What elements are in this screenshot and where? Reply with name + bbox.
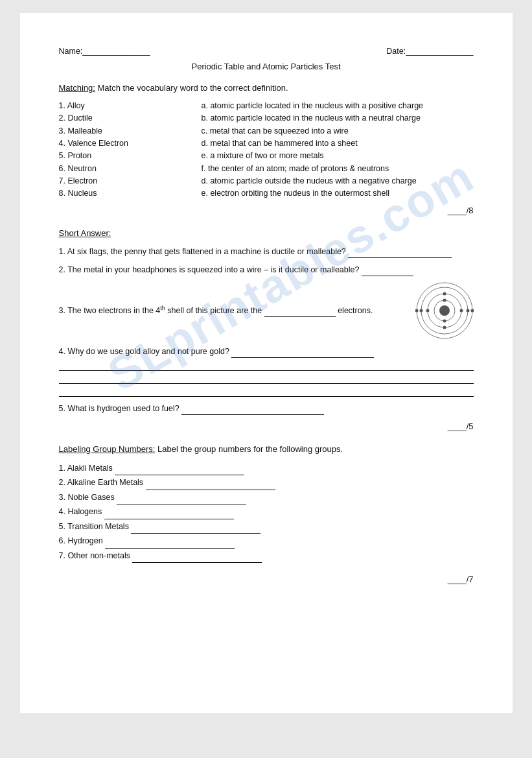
list-item: e. a mixture of two or more metals — [202, 150, 474, 162]
label-blank-7[interactable] — [132, 554, 262, 563]
list-item: 4. Halogens — [59, 504, 474, 519]
list-item: e. electron orbiting the nudeus in the o… — [202, 187, 474, 200]
sa-question-5: 5. What is hydrogen used to fuel? — [59, 402, 474, 415]
svg-point-10 — [419, 309, 422, 312]
list-item: 3. Malleable — [59, 125, 202, 137]
list-item: 3. Noble Gases — [59, 490, 474, 505]
short-answer-section: Short Answer: 1. At six flags, the penny… — [59, 227, 474, 432]
list-item: f. the center of an atom; made of proton… — [202, 163, 474, 175]
date-label: Date:_______________ — [386, 45, 473, 58]
svg-point-8 — [443, 326, 446, 329]
list-item: 2. Ductile — [59, 112, 202, 124]
label-blank-6[interactable] — [105, 539, 235, 549]
name-label: Name:_______________ — [59, 45, 150, 58]
q5-blank[interactable] — [181, 406, 324, 415]
labeling-heading-underline: Labeling Group Numbers: — [59, 444, 156, 454]
label-blank-1[interactable] — [115, 466, 244, 475]
q1-blank[interactable] — [348, 249, 452, 258]
svg-point-13 — [415, 309, 419, 312]
matching-score: ____/8 — [59, 204, 474, 217]
atom-diagram — [415, 281, 474, 340]
matching-grid: 1. Alloy 2. Ductile 3. Malleable 4. Vale… — [59, 100, 474, 200]
q4-line-2 — [59, 373, 474, 384]
matching-instruction: Match the vocabulary word to the correct… — [95, 83, 288, 93]
q2-text: 2. The metal in your headphones is squee… — [59, 265, 360, 274]
svg-point-2 — [443, 298, 446, 302]
label-blank-3[interactable] — [117, 495, 246, 504]
list-item: 5. Transition Metals — [59, 519, 474, 534]
list-item: d. metal that can be hammered into a she… — [202, 137, 474, 150]
q3-text: 3. The two electrons in the 4th shell of… — [59, 303, 405, 317]
q4-blank[interactable] — [231, 349, 374, 358]
list-item: c. metal that can be squeezed into a wir… — [202, 125, 474, 137]
list-item: 7. Electron — [59, 175, 202, 187]
short-answer-score: ____/5 — [59, 420, 474, 433]
header-row: Name:_______________ Date:______________… — [59, 45, 474, 58]
list-item: b. atomic particle located in the nucleu… — [202, 112, 474, 124]
list-item: 8. Nucleus — [59, 187, 202, 200]
q5-text: 5. What is hydrogen used to fuel? — [59, 404, 179, 413]
label-blank-5[interactable] — [131, 525, 260, 534]
q4-line-3 — [59, 386, 474, 397]
sa-question-1: 1. At six flags, the penny that gets fla… — [59, 245, 474, 258]
short-answer-heading: Short Answer: — [59, 227, 474, 240]
sa-question-2: 2. The metal in your headphones is squee… — [59, 263, 474, 276]
matching-left-col: 1. Alloy 2. Ductile 3. Malleable 4. Vale… — [59, 100, 202, 200]
sa-question-4: 4. Why do we use gold alloy and not pure… — [59, 345, 474, 397]
labeling-instruction: Label the group numbers for the followin… — [155, 444, 343, 454]
page: SLprintables.com Name:_______________ Da… — [20, 13, 513, 713]
list-item: a. atomic particle located in the nucleu… — [202, 100, 474, 112]
short-answer-label: Short Answer: — [59, 228, 111, 238]
page-title: Periodic Table and Atomic Particles Test — [59, 60, 474, 73]
labeling-score: ____/7 — [59, 573, 474, 586]
matching-heading-underline: Matching: — [59, 83, 95, 93]
label-blank-2[interactable] — [146, 481, 275, 490]
labeling-section: Labeling Group Numbers: Label the group … — [59, 443, 474, 586]
svg-point-3 — [443, 319, 446, 322]
sa-question-3-row: 3. The two electrons in the 4th shell of… — [59, 281, 474, 340]
labeling-heading: Labeling Group Numbers: Label the group … — [59, 443, 474, 456]
list-item: 2. Alkaline Earth Metals — [59, 475, 474, 490]
q3-blank[interactable] — [264, 308, 336, 317]
list-item: 6. Hydrogen — [59, 534, 474, 549]
svg-point-11 — [466, 309, 469, 312]
list-item: 1. Alloy — [59, 100, 202, 112]
q4-text: 4. Why do we use gold alloy and not pure… — [59, 347, 229, 356]
svg-point-14 — [470, 309, 474, 312]
list-item: 4. Valence Electron — [59, 137, 202, 150]
label-blank-4[interactable] — [104, 510, 234, 519]
q1-text: 1. At six flags, the penny that gets fla… — [59, 247, 346, 256]
matching-right-col: a. atomic particle located in the nucleu… — [202, 100, 474, 200]
q2-blank[interactable] — [362, 267, 413, 276]
list-item: 1. Alakli Metals — [59, 461, 474, 476]
matching-heading: Matching: Match the vocabulary word to t… — [59, 82, 474, 95]
list-item: 5. Proton — [59, 150, 202, 162]
svg-point-5 — [426, 309, 429, 312]
list-item: 6. Neutron — [59, 163, 202, 175]
svg-point-6 — [459, 309, 463, 312]
svg-point-0 — [439, 305, 450, 316]
q4-line-1 — [59, 361, 474, 371]
list-item: 7. Other non-metals — [59, 549, 474, 563]
svg-point-7 — [443, 292, 446, 295]
list-item: d. atomic particle outside the nudeus wi… — [202, 175, 474, 187]
